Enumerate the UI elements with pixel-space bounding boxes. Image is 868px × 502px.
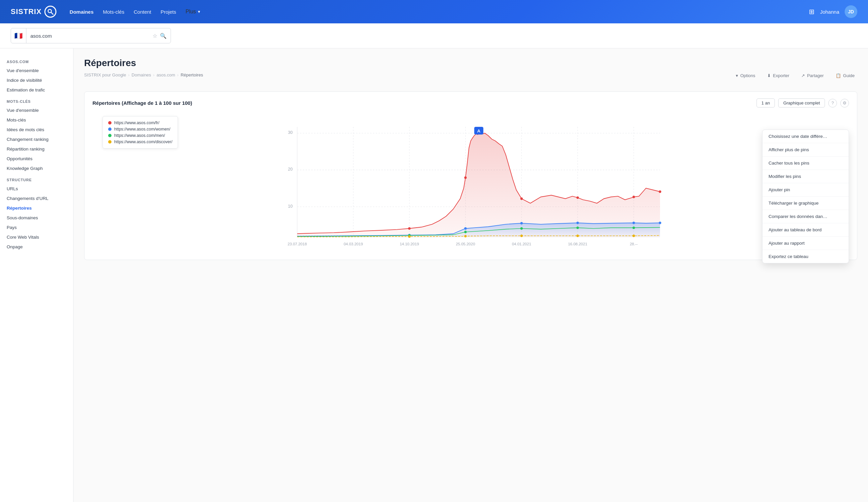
breadcrumb-sep-3: ›: [177, 72, 179, 77]
sidebar-item-repertoires[interactable]: Répertoires: [0, 203, 73, 213]
x-label-2: 04.03.2019: [343, 242, 363, 246]
green-dot-4: [577, 227, 579, 229]
logo-text: SISTRIX: [11, 7, 42, 16]
settings-icon[interactable]: ⚙: [840, 99, 849, 107]
chart-legend: https://www.asos.com/fr/ https://www.aso…: [103, 116, 178, 148]
main-layout: ASOS.COM Vue d'ensemble Indice de visibi…: [0, 49, 868, 502]
logo-search-icon: [44, 6, 56, 18]
guide-button[interactable]: 📋 Guide: [833, 72, 857, 80]
grid-icon[interactable]: ⊞: [809, 8, 815, 16]
legend-label-women: https://www.asos.com/women/: [114, 127, 170, 132]
main-content: Répertoires SISTRIX pour Google › Domain…: [73, 49, 868, 502]
dropdown-item-3[interactable]: Modifier les pins: [763, 170, 849, 183]
country-flag[interactable]: 🇫🇷: [11, 28, 27, 43]
legend-label-discover: https://www.asos.com/discover/: [114, 139, 172, 144]
sidebar: ASOS.COM Vue d'ensemble Indice de visibi…: [0, 49, 73, 502]
share-label: Partager: [807, 73, 824, 78]
y-label-20: 20: [288, 167, 293, 171]
sidebar-item-changements-url[interactable]: Changements d'URL: [0, 194, 73, 203]
sidebar-item-repartition[interactable]: Répartition ranking: [0, 144, 73, 154]
header: SISTRIX Domaines Mots-clés Content Proje…: [0, 0, 868, 23]
logo: SISTRIX: [11, 6, 56, 18]
green-dot-2: [464, 231, 467, 233]
legend-item-discover: https://www.asos.com/discover/: [108, 139, 172, 144]
red-dot-7: [659, 191, 661, 193]
search-icon[interactable]: 🔍: [160, 33, 167, 39]
sidebar-item-kw-vue[interactable]: Vue d'ensemble: [0, 105, 73, 115]
user-name: Johanna: [820, 9, 839, 15]
sidebar-item-onpage[interactable]: Onpage: [0, 242, 73, 252]
period-button[interactable]: 1 an: [756, 98, 775, 107]
dropdown-item-9[interactable]: Exportez ce tableau: [763, 250, 849, 263]
legend-dot-men: [108, 134, 112, 137]
sidebar-item-opportunites[interactable]: Opportunités: [0, 154, 73, 164]
x-label-6: 16.08.2021: [568, 242, 587, 246]
x-label-7: 28.--: [630, 242, 638, 246]
avatar[interactable]: JD: [845, 6, 857, 18]
nav-plus[interactable]: Plus ▼: [186, 9, 201, 15]
main-nav: Domaines Mots-clés Content Projets Plus …: [70, 9, 201, 15]
share-icon: ↗: [801, 73, 805, 78]
legend-item-fr: https://www.asos.com/fr/: [108, 121, 172, 125]
sidebar-item-visibilite[interactable]: Indice de visibilité: [0, 75, 73, 85]
dropdown-item-7[interactable]: Ajouter au tableau de bord: [763, 223, 849, 237]
breadcrumb-sistrix[interactable]: SISTRIX pour Google: [84, 72, 126, 77]
legend-item-men: https://www.asos.com/men/: [108, 133, 172, 138]
sidebar-item-idees[interactable]: Idées de mots clés: [0, 125, 73, 135]
dropdown-item-6[interactable]: Comparer les données dan…: [763, 210, 849, 223]
search-container: 🇫🇷 ☆ 🔍: [11, 28, 171, 43]
legend-label-fr: https://www.asos.com/fr/: [114, 121, 159, 125]
sidebar-item-trafic[interactable]: Estimation de trafic: [0, 85, 73, 95]
sidebar-item-sous-domaines[interactable]: Sous-domaines: [0, 213, 73, 223]
yellow-dot-1: [408, 235, 411, 238]
sidebar-item-pays[interactable]: Pays: [0, 223, 73, 232]
green-dot-5: [633, 227, 635, 229]
yellow-dot-5: [633, 234, 635, 237]
sidebar-item-mots-cles[interactable]: Mots-clés: [0, 115, 73, 125]
nav-content[interactable]: Content: [134, 9, 151, 15]
nav-mots-cles[interactable]: Mots-clés: [103, 9, 124, 15]
red-dot-1: [408, 227, 411, 230]
dropdown-item-4[interactable]: Ajouter pin: [763, 183, 849, 197]
breadcrumb-sep-2: ›: [153, 72, 155, 77]
sidebar-item-knowledge-graph[interactable]: Knowledge Graph: [0, 164, 73, 173]
star-icon[interactable]: ☆: [153, 33, 157, 39]
breadcrumb: SISTRIX pour Google › Domaines › asos.co…: [84, 72, 203, 77]
export-button[interactable]: ⬇ Exporter: [765, 72, 792, 80]
green-dot-3: [520, 227, 523, 230]
x-label-3: 14.10.2019: [400, 242, 419, 246]
breadcrumb-current: Répertoires: [180, 72, 203, 77]
options-button[interactable]: ▾ Options: [733, 72, 758, 80]
sidebar-item-vue-ensemble[interactable]: Vue d'ensemble: [0, 66, 73, 75]
red-area: [297, 132, 660, 237]
sidebar-structure-title: STRUCTURE: [0, 173, 73, 184]
red-dot-6: [633, 196, 635, 198]
breadcrumb-asos[interactable]: asos.com: [157, 72, 175, 77]
nav-projets[interactable]: Projets: [161, 9, 176, 15]
dropdown-item-1[interactable]: Afficher plus de pins: [763, 143, 849, 157]
sidebar-item-changement[interactable]: Changement ranking: [0, 135, 73, 144]
breadcrumb-domaines[interactable]: Domaines: [132, 72, 151, 77]
sidebar-item-urls[interactable]: URLs: [0, 184, 73, 194]
dropdown-item-5[interactable]: Télécharger le graphique: [763, 197, 849, 210]
nav-plus-label: Plus: [186, 9, 196, 15]
legend-label-men: https://www.asos.com/men/: [114, 133, 165, 138]
red-dot-4: [520, 198, 523, 200]
blue-dot-5: [633, 222, 635, 224]
header-right: ⊞ Johanna JD: [809, 6, 857, 18]
share-button[interactable]: ↗ Partager: [798, 72, 826, 80]
dropdown-item-0[interactable]: Choisissez une date différe…: [763, 130, 849, 143]
red-dot-2: [464, 177, 467, 179]
full-chart-button[interactable]: Graphique complet: [778, 98, 825, 107]
dropdown-item-2[interactable]: Cacher tous les pins: [763, 157, 849, 170]
x-label-1: 23.07.2018: [288, 242, 307, 246]
nav-domaines[interactable]: Domaines: [70, 9, 94, 15]
page-title: Répertoires: [84, 58, 857, 69]
sidebar-item-core-web-vitals[interactable]: Core Web Vitals: [0, 232, 73, 242]
x-label-4: 25.05.2020: [456, 242, 475, 246]
x-label-5: 04.01.2021: [512, 242, 531, 246]
search-input[interactable]: [27, 33, 148, 39]
dropdown-item-8[interactable]: Ajouter au rapport: [763, 237, 849, 250]
help-icon[interactable]: ?: [828, 99, 837, 107]
legend-dot-discover: [108, 140, 112, 144]
